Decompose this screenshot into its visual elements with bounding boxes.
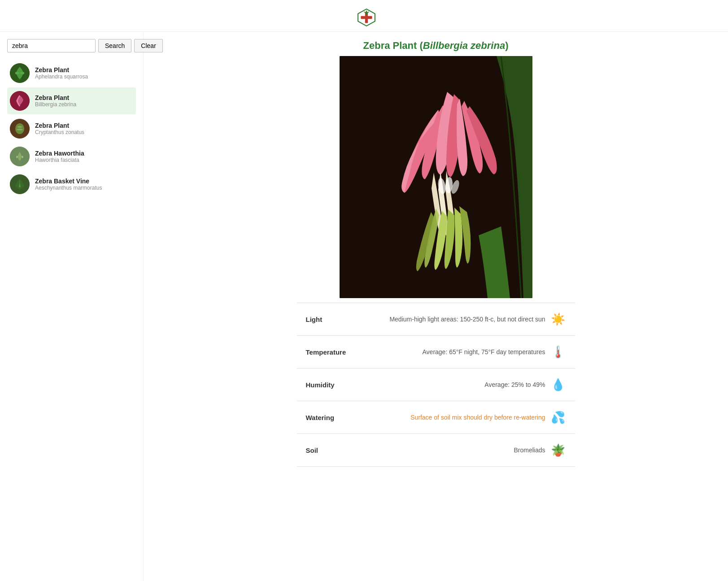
plant-list-item[interactable]: Zebra Basket Vine Aeschynanthus marmorat… — [7, 171, 136, 198]
sidebar: Search Clear Zebra Plant Aphelandra squa… — [0, 32, 144, 581]
plant-info: Zebra Plant Billbergia zebrina — [35, 94, 76, 108]
care-label: Watering — [306, 414, 364, 421]
plant-scientific-name: Haworthia fasciata — [35, 157, 84, 163]
care-icon: 🪴 — [550, 442, 566, 458]
content-area: Zebra Plant (Billbergia zebrina) — [144, 32, 728, 581]
care-value: Bromeliads — [369, 447, 545, 454]
care-icon: ☀️ — [550, 311, 566, 327]
plant-list-item[interactable]: Zebra Haworthia Haworthia fasciata — [7, 143, 136, 170]
detail-title-text: Zebra Plant (Billbergia zebrina) — [363, 40, 509, 51]
logo-icon — [357, 8, 376, 27]
detail-title-italic: Billbergia zebrina — [423, 40, 505, 51]
care-row: Humidity Average: 25% to 49% 💧 — [297, 369, 575, 401]
detail-title: Zebra Plant (Billbergia zebrina) — [144, 32, 728, 56]
care-value: Medium-high light areas: 150-250 ft-c, b… — [369, 316, 545, 323]
search-bar: Search Clear — [7, 39, 136, 52]
plant-common-name: Zebra Plant — [35, 66, 88, 74]
plant-info: Zebra Haworthia Haworthia fasciata — [35, 150, 84, 163]
care-row: Watering Surface of soil mix should dry … — [297, 401, 575, 434]
main-layout: Search Clear Zebra Plant Aphelandra squa… — [0, 32, 728, 581]
plant-avatar — [10, 91, 30, 111]
care-icon: 💧 — [550, 377, 566, 393]
plant-common-name: Zebra Plant — [35, 122, 84, 129]
plant-list-item[interactable]: Zebra Plant Billbergia zebrina — [7, 87, 136, 114]
plant-list-item[interactable]: Zebra Plant Cryptanthus zonatus — [7, 115, 136, 142]
care-value: Average: 25% to 49% — [369, 381, 545, 388]
plant-avatar — [10, 63, 30, 83]
care-label: Humidity — [306, 381, 364, 389]
svg-rect-2 — [361, 16, 372, 19]
care-label: Light — [306, 316, 364, 323]
plant-info: Zebra Plant Cryptanthus zonatus — [35, 122, 84, 135]
plant-scientific-name: Aphelandra squarrosa — [35, 74, 88, 80]
care-label: Soil — [306, 447, 364, 454]
plant-info: Zebra Plant Aphelandra squarrosa — [35, 66, 88, 80]
care-row: Light Medium-high light areas: 150-250 f… — [297, 303, 575, 336]
plant-avatar — [10, 174, 30, 194]
care-row: Soil Bromeliads 🪴 — [297, 434, 575, 467]
plant-list: Zebra Plant Aphelandra squarrosa Zebra P… — [7, 60, 136, 198]
plant-scientific-name: Cryptanthus zonatus — [35, 129, 84, 135]
plant-list-item[interactable]: Zebra Plant Aphelandra squarrosa — [7, 60, 136, 87]
plant-common-name: Zebra Plant — [35, 94, 76, 101]
care-icon: 🌡️ — [550, 344, 566, 360]
care-value: Surface of soil mix should dry before re… — [369, 414, 545, 421]
care-value: Average: 65°F night, 75°F day temperatur… — [369, 348, 545, 356]
plant-avatar — [10, 147, 30, 166]
plant-avatar — [10, 119, 30, 139]
search-input[interactable] — [7, 39, 96, 52]
plant-image — [340, 56, 532, 298]
care-table: Light Medium-high light areas: 150-250 f… — [297, 303, 575, 467]
care-icon: 💦 — [550, 409, 566, 425]
plant-scientific-name: Billbergia zebrina — [35, 101, 76, 108]
care-row: Temperature Average: 65°F night, 75°F da… — [297, 336, 575, 369]
plant-image-container — [144, 56, 728, 298]
plant-scientific-name: Aeschynanthus marmoratus — [35, 185, 102, 191]
plant-common-name: Zebra Haworthia — [35, 150, 84, 157]
search-button[interactable]: Search — [98, 39, 131, 52]
app-header — [0, 0, 728, 32]
plant-info: Zebra Basket Vine Aeschynanthus marmorat… — [35, 178, 102, 191]
plant-common-name: Zebra Basket Vine — [35, 178, 102, 185]
care-label: Temperature — [306, 348, 364, 356]
